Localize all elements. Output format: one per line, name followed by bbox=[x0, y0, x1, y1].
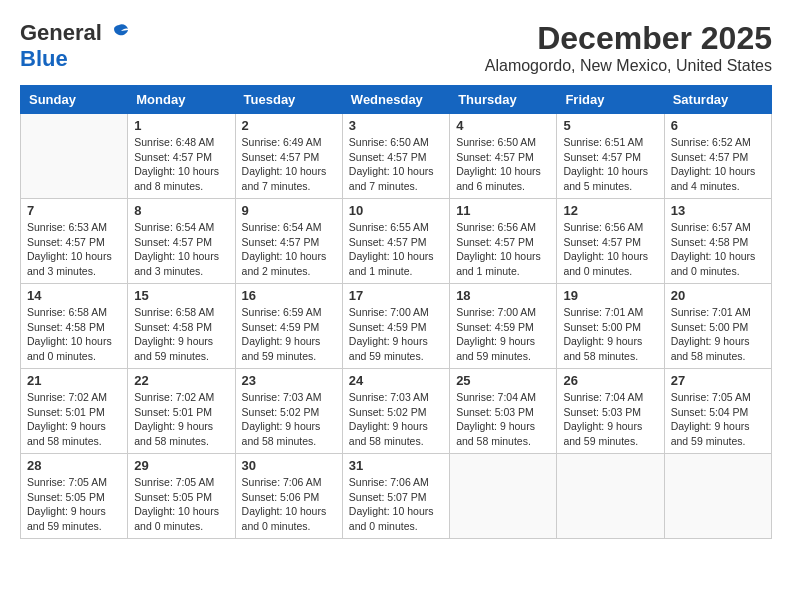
day-number: 16 bbox=[242, 288, 336, 303]
day-number: 30 bbox=[242, 458, 336, 473]
calendar-cell: 13Sunrise: 6:57 AM Sunset: 4:58 PM Dayli… bbox=[664, 199, 771, 284]
day-number: 12 bbox=[563, 203, 657, 218]
day-number: 13 bbox=[671, 203, 765, 218]
calendar-cell: 6Sunrise: 6:52 AM Sunset: 4:57 PM Daylig… bbox=[664, 114, 771, 199]
logo-bird-icon bbox=[108, 22, 130, 44]
day-number: 24 bbox=[349, 373, 443, 388]
day-header-wednesday: Wednesday bbox=[342, 86, 449, 114]
day-info: Sunrise: 7:01 AM Sunset: 5:00 PM Dayligh… bbox=[563, 305, 657, 364]
calendar-cell: 19Sunrise: 7:01 AM Sunset: 5:00 PM Dayli… bbox=[557, 284, 664, 369]
day-number: 3 bbox=[349, 118, 443, 133]
calendar-cell: 12Sunrise: 6:56 AM Sunset: 4:57 PM Dayli… bbox=[557, 199, 664, 284]
day-info: Sunrise: 7:00 AM Sunset: 4:59 PM Dayligh… bbox=[456, 305, 550, 364]
day-number: 14 bbox=[27, 288, 121, 303]
day-number: 29 bbox=[134, 458, 228, 473]
day-number: 25 bbox=[456, 373, 550, 388]
day-info: Sunrise: 6:54 AM Sunset: 4:57 PM Dayligh… bbox=[242, 220, 336, 279]
day-info: Sunrise: 7:06 AM Sunset: 5:07 PM Dayligh… bbox=[349, 475, 443, 534]
logo: General Blue bbox=[20, 20, 130, 72]
calendar-week-row: 21Sunrise: 7:02 AM Sunset: 5:01 PM Dayli… bbox=[21, 369, 772, 454]
day-header-thursday: Thursday bbox=[450, 86, 557, 114]
calendar-cell bbox=[21, 114, 128, 199]
calendar-cell: 26Sunrise: 7:04 AM Sunset: 5:03 PM Dayli… bbox=[557, 369, 664, 454]
calendar-cell: 16Sunrise: 6:59 AM Sunset: 4:59 PM Dayli… bbox=[235, 284, 342, 369]
calendar-cell: 15Sunrise: 6:58 AM Sunset: 4:58 PM Dayli… bbox=[128, 284, 235, 369]
day-number: 27 bbox=[671, 373, 765, 388]
day-info: Sunrise: 7:05 AM Sunset: 5:04 PM Dayligh… bbox=[671, 390, 765, 449]
calendar-week-row: 7Sunrise: 6:53 AM Sunset: 4:57 PM Daylig… bbox=[21, 199, 772, 284]
day-header-tuesday: Tuesday bbox=[235, 86, 342, 114]
calendar-cell: 23Sunrise: 7:03 AM Sunset: 5:02 PM Dayli… bbox=[235, 369, 342, 454]
day-number: 6 bbox=[671, 118, 765, 133]
day-number: 26 bbox=[563, 373, 657, 388]
day-info: Sunrise: 6:54 AM Sunset: 4:57 PM Dayligh… bbox=[134, 220, 228, 279]
day-header-saturday: Saturday bbox=[664, 86, 771, 114]
calendar-cell: 18Sunrise: 7:00 AM Sunset: 4:59 PM Dayli… bbox=[450, 284, 557, 369]
day-number: 5 bbox=[563, 118, 657, 133]
calendar-cell bbox=[664, 454, 771, 539]
calendar-cell: 7Sunrise: 6:53 AM Sunset: 4:57 PM Daylig… bbox=[21, 199, 128, 284]
day-number: 22 bbox=[134, 373, 228, 388]
calendar-week-row: 1Sunrise: 6:48 AM Sunset: 4:57 PM Daylig… bbox=[21, 114, 772, 199]
calendar-cell: 28Sunrise: 7:05 AM Sunset: 5:05 PM Dayli… bbox=[21, 454, 128, 539]
calendar-cell: 11Sunrise: 6:56 AM Sunset: 4:57 PM Dayli… bbox=[450, 199, 557, 284]
day-info: Sunrise: 7:05 AM Sunset: 5:05 PM Dayligh… bbox=[134, 475, 228, 534]
day-number: 2 bbox=[242, 118, 336, 133]
day-info: Sunrise: 6:52 AM Sunset: 4:57 PM Dayligh… bbox=[671, 135, 765, 194]
month-title: December 2025 bbox=[485, 20, 772, 57]
calendar-cell: 27Sunrise: 7:05 AM Sunset: 5:04 PM Dayli… bbox=[664, 369, 771, 454]
day-number: 20 bbox=[671, 288, 765, 303]
day-info: Sunrise: 6:49 AM Sunset: 4:57 PM Dayligh… bbox=[242, 135, 336, 194]
day-number: 9 bbox=[242, 203, 336, 218]
day-info: Sunrise: 7:01 AM Sunset: 5:00 PM Dayligh… bbox=[671, 305, 765, 364]
day-number: 19 bbox=[563, 288, 657, 303]
day-info: Sunrise: 7:05 AM Sunset: 5:05 PM Dayligh… bbox=[27, 475, 121, 534]
calendar-cell: 20Sunrise: 7:01 AM Sunset: 5:00 PM Dayli… bbox=[664, 284, 771, 369]
day-info: Sunrise: 6:58 AM Sunset: 4:58 PM Dayligh… bbox=[134, 305, 228, 364]
day-number: 11 bbox=[456, 203, 550, 218]
calendar-cell: 3Sunrise: 6:50 AM Sunset: 4:57 PM Daylig… bbox=[342, 114, 449, 199]
day-info: Sunrise: 6:57 AM Sunset: 4:58 PM Dayligh… bbox=[671, 220, 765, 279]
day-info: Sunrise: 6:55 AM Sunset: 4:57 PM Dayligh… bbox=[349, 220, 443, 279]
day-info: Sunrise: 7:03 AM Sunset: 5:02 PM Dayligh… bbox=[242, 390, 336, 449]
day-number: 18 bbox=[456, 288, 550, 303]
day-header-monday: Monday bbox=[128, 86, 235, 114]
day-info: Sunrise: 7:00 AM Sunset: 4:59 PM Dayligh… bbox=[349, 305, 443, 364]
calendar-cell: 8Sunrise: 6:54 AM Sunset: 4:57 PM Daylig… bbox=[128, 199, 235, 284]
day-number: 21 bbox=[27, 373, 121, 388]
calendar-cell: 21Sunrise: 7:02 AM Sunset: 5:01 PM Dayli… bbox=[21, 369, 128, 454]
calendar-header-row: SundayMondayTuesdayWednesdayThursdayFrid… bbox=[21, 86, 772, 114]
calendar-cell: 10Sunrise: 6:55 AM Sunset: 4:57 PM Dayli… bbox=[342, 199, 449, 284]
day-number: 15 bbox=[134, 288, 228, 303]
calendar-cell bbox=[450, 454, 557, 539]
day-number: 17 bbox=[349, 288, 443, 303]
day-info: Sunrise: 7:04 AM Sunset: 5:03 PM Dayligh… bbox=[563, 390, 657, 449]
calendar-cell: 4Sunrise: 6:50 AM Sunset: 4:57 PM Daylig… bbox=[450, 114, 557, 199]
calendar-cell bbox=[557, 454, 664, 539]
day-info: Sunrise: 7:04 AM Sunset: 5:03 PM Dayligh… bbox=[456, 390, 550, 449]
day-number: 7 bbox=[27, 203, 121, 218]
day-info: Sunrise: 7:06 AM Sunset: 5:06 PM Dayligh… bbox=[242, 475, 336, 534]
day-info: Sunrise: 6:50 AM Sunset: 4:57 PM Dayligh… bbox=[456, 135, 550, 194]
day-number: 28 bbox=[27, 458, 121, 473]
calendar-cell: 24Sunrise: 7:03 AM Sunset: 5:02 PM Dayli… bbox=[342, 369, 449, 454]
day-number: 31 bbox=[349, 458, 443, 473]
calendar-cell: 22Sunrise: 7:02 AM Sunset: 5:01 PM Dayli… bbox=[128, 369, 235, 454]
day-info: Sunrise: 7:03 AM Sunset: 5:02 PM Dayligh… bbox=[349, 390, 443, 449]
calendar-cell: 5Sunrise: 6:51 AM Sunset: 4:57 PM Daylig… bbox=[557, 114, 664, 199]
calendar-cell: 25Sunrise: 7:04 AM Sunset: 5:03 PM Dayli… bbox=[450, 369, 557, 454]
day-info: Sunrise: 7:02 AM Sunset: 5:01 PM Dayligh… bbox=[134, 390, 228, 449]
calendar-cell: 9Sunrise: 6:54 AM Sunset: 4:57 PM Daylig… bbox=[235, 199, 342, 284]
calendar-cell: 31Sunrise: 7:06 AM Sunset: 5:07 PM Dayli… bbox=[342, 454, 449, 539]
calendar-cell: 29Sunrise: 7:05 AM Sunset: 5:05 PM Dayli… bbox=[128, 454, 235, 539]
calendar-cell: 30Sunrise: 7:06 AM Sunset: 5:06 PM Dayli… bbox=[235, 454, 342, 539]
calendar-cell: 1Sunrise: 6:48 AM Sunset: 4:57 PM Daylig… bbox=[128, 114, 235, 199]
calendar-cell: 14Sunrise: 6:58 AM Sunset: 4:58 PM Dayli… bbox=[21, 284, 128, 369]
day-number: 1 bbox=[134, 118, 228, 133]
day-header-sunday: Sunday bbox=[21, 86, 128, 114]
calendar-week-row: 28Sunrise: 7:05 AM Sunset: 5:05 PM Dayli… bbox=[21, 454, 772, 539]
day-number: 23 bbox=[242, 373, 336, 388]
logo-blue-text: Blue bbox=[20, 46, 68, 71]
location-title: Alamogordo, New Mexico, United States bbox=[485, 57, 772, 75]
calendar-week-row: 14Sunrise: 6:58 AM Sunset: 4:58 PM Dayli… bbox=[21, 284, 772, 369]
